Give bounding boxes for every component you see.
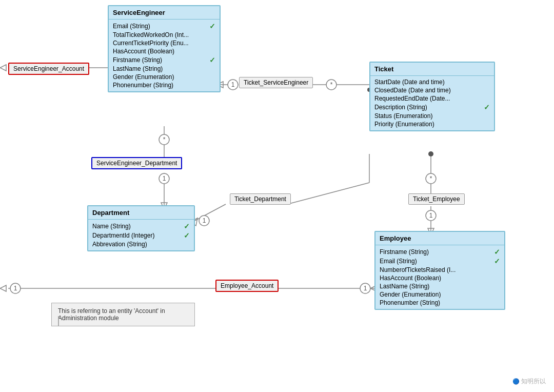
field-row: RequestedEndDate (Date...: [374, 94, 490, 103]
field-row: CurrentTicketPriority (Enu...: [113, 39, 215, 47]
field-row: Firstname (String)✓: [113, 55, 215, 65]
svg-text:*: *: [163, 136, 166, 143]
svg-line-14: [195, 204, 226, 221]
svg-text:1: 1: [429, 212, 433, 219]
field-row: DepartmentId (Integer)✓: [92, 231, 190, 240]
svg-text:1: 1: [364, 285, 367, 292]
department-title: Department: [88, 206, 194, 220]
svg-marker-17: [0, 285, 6, 291]
serviceengineer-title: ServiceEngineer: [109, 6, 220, 19]
serviceengineer-department-relation: ServiceEngineer_Department: [91, 157, 182, 169]
svg-point-30: [426, 210, 436, 221]
field-row: Priority (Enumeration): [374, 120, 490, 128]
department-entity: Department Name (String)✓ DepartmentId (…: [87, 205, 195, 251]
svg-line-13: [287, 183, 369, 204]
watermark: 🔵 知明所以: [512, 377, 546, 386]
svg-point-24: [228, 80, 238, 90]
svg-marker-4: [0, 65, 6, 71]
svg-point-32: [199, 215, 209, 226]
serviceengineer-account-relation: ServiceEngineer_Account: [8, 63, 89, 75]
employee-fields: Firstname (String)✓ Email (String)✓ Numb…: [375, 245, 504, 309]
diagram: * 1 1 * * 1 1 1 1 ServiceEngineer Email …: [0, 0, 554, 392]
field-row: Abbrevation (String): [92, 240, 190, 248]
svg-text:1: 1: [203, 217, 206, 224]
field-row: Email (String)✓: [113, 22, 215, 31]
field-row: LastName (String): [113, 65, 215, 73]
ticket-title: Ticket: [370, 63, 494, 76]
field-row: Name (String)✓: [92, 222, 190, 231]
field-row: Description (String)✓: [374, 103, 490, 112]
svg-point-22: [159, 173, 169, 184]
svg-text:*: *: [430, 175, 432, 182]
field-row: StartDate (Date and time): [374, 78, 490, 86]
svg-text:1: 1: [231, 81, 235, 88]
employee-title: Employee: [375, 232, 504, 245]
note-box: This is referring to an entity 'Account'…: [51, 303, 195, 326]
ticket-department-relation: Ticket_Department: [230, 193, 291, 205]
svg-point-28: [426, 173, 436, 184]
field-row: Phonenumber (String): [113, 81, 215, 89]
svg-point-20: [159, 134, 169, 145]
field-row: Phonenumber (String): [380, 299, 500, 307]
field-row: Gender (Enumeration): [113, 73, 215, 81]
field-row: Firstname (String)✓: [380, 247, 500, 257]
field-row: TotalTickedWorkedOn (Int...: [113, 31, 215, 39]
field-row: Status (Enumeration): [374, 112, 490, 120]
svg-text:*: *: [330, 81, 333, 88]
employee-account-relation: Employee_Account: [215, 280, 279, 292]
note-text: This is referring to an entity 'Account'…: [58, 307, 165, 322]
svg-point-34: [10, 283, 21, 293]
employee-entity: Employee Firstname (String)✓ Email (Stri…: [374, 231, 505, 310]
field-row: Gender (Enumeration): [380, 290, 500, 299]
ticket-employee-relation: Ticket_Employee: [408, 193, 465, 205]
field-row: ClosedDate (Date and time): [374, 86, 490, 94]
field-row: LastName (String): [380, 282, 500, 290]
field-row: NumberofTicketsRaised (I...: [380, 266, 500, 274]
field-row: HasAccount (Boolean): [113, 47, 215, 55]
field-row: HasAccount (Boolean): [380, 274, 500, 282]
serviceengineer-entity: ServiceEngineer Email (String)✓ TotalTic…: [108, 5, 221, 92]
svg-point-26: [326, 80, 337, 90]
ticket-serviceengineer-relation: Ticket_ServiceEngineer: [239, 77, 313, 88]
svg-point-36: [360, 283, 370, 293]
svg-point-38: [428, 151, 433, 156]
serviceengineer-fields: Email (String)✓ TotalTickedWorkedOn (Int…: [109, 19, 220, 91]
svg-text:1: 1: [163, 175, 166, 182]
ticket-fields: StartDate (Date and time) ClosedDate (Da…: [370, 76, 494, 130]
field-row: Email (String)✓: [380, 257, 500, 266]
svg-text:1: 1: [14, 285, 17, 292]
ticket-entity: Ticket StartDate (Date and time) ClosedD…: [369, 62, 495, 131]
department-fields: Name (String)✓ DepartmentId (Integer)✓ A…: [88, 220, 194, 250]
